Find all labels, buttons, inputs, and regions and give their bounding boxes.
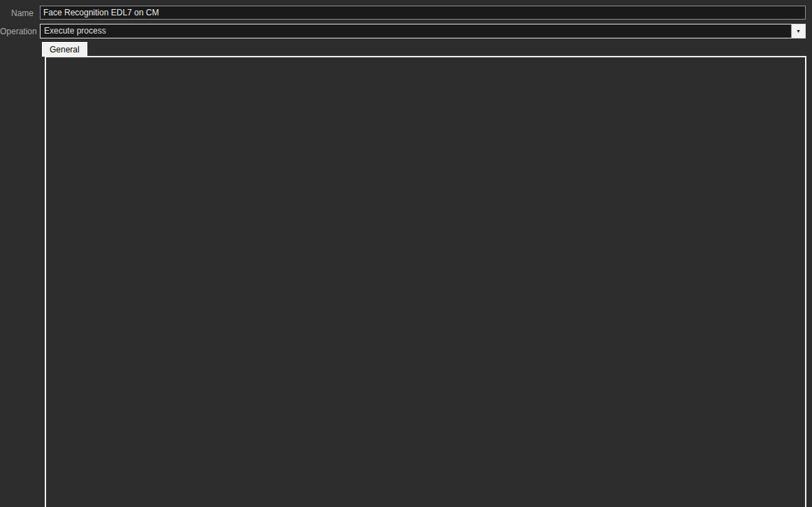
dropdown-arrow-icon[interactable]: ▼ (791, 24, 805, 38)
name-input[interactable] (40, 6, 806, 20)
name-label: Name (0, 8, 34, 18)
operation-value: Execute process (41, 24, 791, 38)
tab-general[interactable]: General (42, 42, 87, 57)
operation-combobox[interactable]: Execute process ▼ (40, 24, 806, 38)
dialog-execute-process: Name Operation Execute process ▼ General… (0, 0, 812, 507)
tab-page-general (45, 56, 806, 507)
operation-label: Operation (0, 27, 34, 36)
